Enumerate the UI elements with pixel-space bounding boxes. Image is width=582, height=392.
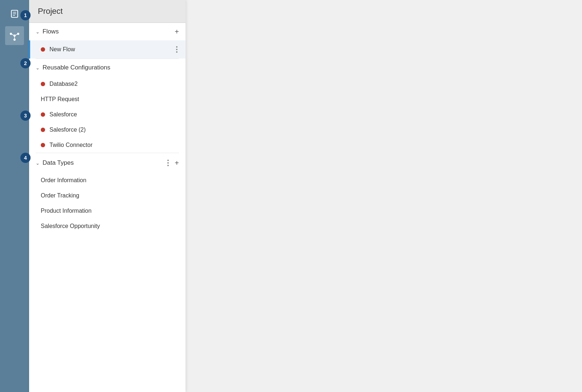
datatypes-add-button[interactable]: + [175, 159, 179, 167]
twilio-item[interactable]: Twilio Connector [29, 137, 186, 153]
order-information-label: Order Information [41, 177, 179, 184]
salesforce-opportunity-label: Salesforce Opportunity [41, 223, 179, 229]
flows-section-header[interactable]: ⌄ Flows + [29, 23, 186, 40]
datatypes-more-icon[interactable] [166, 158, 170, 168]
reusable-section-header[interactable]: ⌄ Reusable Configurations [29, 59, 186, 76]
flows-section-left: ⌄ Flows [36, 28, 59, 35]
main-panel: Project ⌄ Flows + New Flow [29, 0, 186, 392]
flows-add-button[interactable]: + [175, 28, 179, 35]
salesforce-status-dot [41, 112, 45, 117]
salesforce-opportunity-item[interactable]: Salesforce Opportunity [29, 219, 186, 234]
database2-item[interactable]: Database2 [29, 76, 186, 92]
order-information-item[interactable]: Order Information [29, 173, 186, 188]
twilio-label: Twilio Connector [49, 142, 179, 148]
salesforce-2-label: Salesforce (2) [49, 127, 179, 133]
network-icon [9, 30, 20, 41]
reusable-section-left: ⌄ Reusable Configurations [36, 64, 110, 71]
flows-chevron-icon: ⌄ [36, 29, 40, 35]
new-flow-label: New Flow [49, 46, 175, 53]
document-icon [10, 9, 19, 19]
datatypes-actions: + [166, 158, 179, 168]
panel-title: Project [38, 7, 63, 16]
more-dots-icon [175, 45, 179, 54]
panel-body: ⌄ Flows + New Flow [29, 23, 186, 392]
new-flow-menu-button[interactable] [175, 45, 179, 54]
annotation-badge-4: 4 [20, 153, 31, 163]
salesforce-item[interactable]: Salesforce [29, 107, 186, 122]
reusable-section-label: Reusable Configurations [43, 64, 110, 71]
datatypes-section-header[interactable]: ⌄ Data Types + [29, 153, 186, 173]
http-request-item[interactable]: HTTP Request [29, 92, 186, 107]
salesforce-label: Salesforce [49, 111, 179, 118]
database2-label: Database2 [49, 81, 179, 87]
http-request-label: HTTP Request [41, 96, 179, 103]
datatypes-section-left: ⌄ Data Types [36, 159, 74, 167]
order-tracking-label: Order Tracking [41, 192, 179, 199]
network-nav-button[interactable] [5, 26, 24, 45]
twilio-status-dot [41, 143, 45, 147]
flows-section-label: Flows [43, 28, 59, 35]
annotation-badge-2: 2 [20, 58, 31, 68]
datatypes-chevron-icon: ⌄ [36, 160, 40, 166]
annotation-badge-1: 1 [20, 10, 31, 20]
annotation-badge-3: 3 [20, 111, 31, 121]
salesforce-2-item[interactable]: Salesforce (2) [29, 122, 186, 137]
salesforce-2-status-dot [41, 128, 45, 132]
reusable-chevron-icon: ⌄ [36, 65, 40, 71]
panel-header: Project [29, 0, 186, 23]
product-information-item[interactable]: Product Information [29, 203, 186, 219]
order-tracking-item[interactable]: Order Tracking [29, 188, 186, 203]
datatypes-section-label: Data Types [43, 159, 74, 167]
product-information-label: Product Information [41, 208, 179, 214]
new-flow-item[interactable]: New Flow [29, 40, 186, 59]
database2-status-dot [41, 82, 45, 86]
new-flow-status-dot [41, 47, 45, 52]
